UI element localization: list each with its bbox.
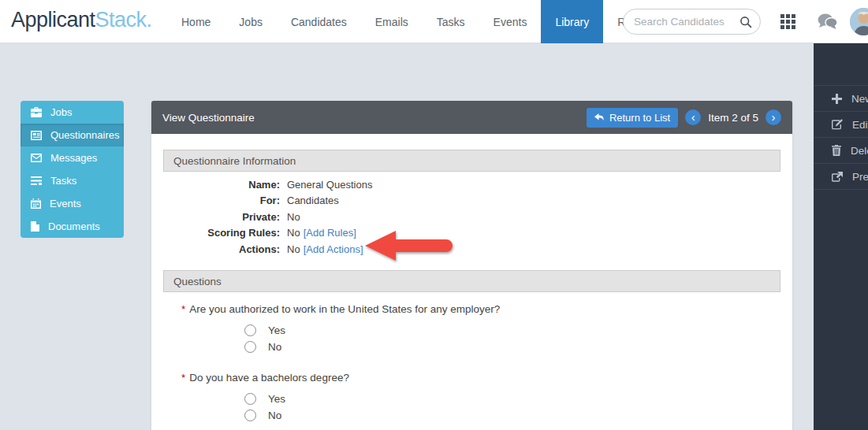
- questionnaire-info-fields: Name: General Questions For: Candidates …: [163, 177, 780, 258]
- required-marker: *: [181, 303, 185, 315]
- actions-sidebar: New Questionnaire Edit Delete Preview: [814, 43, 868, 430]
- sidebar-item-events[interactable]: Events: [20, 192, 124, 215]
- chevron-right-icon: ›: [772, 111, 776, 123]
- sidebar-item-label: Documents: [48, 221, 100, 232]
- item-pager-text: Item 2 of 5: [708, 112, 758, 124]
- option-row: No: [244, 339, 780, 355]
- field-label: Scoring Rules:: [163, 225, 280, 241]
- sidebar-item-label: Jobs: [50, 106, 72, 118]
- chevron-left-icon: ‹: [691, 111, 695, 123]
- panel-header-actions: Return to List ‹ Item 2 of 5 ›: [587, 108, 781, 128]
- field-value: No: [287, 242, 300, 258]
- action-label: Preview: [852, 171, 868, 183]
- sidebar-item-label: Events: [50, 198, 81, 209]
- action-label: Delete: [851, 145, 868, 157]
- action-label: Edit: [852, 119, 868, 131]
- field-row-scoring-rules: Scoring Rules: No [Add Rules]: [163, 225, 780, 241]
- task-list-icon: [31, 176, 42, 185]
- panel-header: View Questionnaire Return to List ‹ Item…: [151, 101, 792, 134]
- plus-icon: [832, 94, 842, 104]
- search-icon[interactable]: [739, 16, 752, 28]
- edit-button[interactable]: Edit: [814, 112, 868, 138]
- prev-item-button[interactable]: ‹: [685, 109, 701, 125]
- field-value: No: [287, 209, 300, 225]
- option-row: Yes: [244, 391, 780, 407]
- sidebar-item-label: Questionnaires: [50, 129, 119, 141]
- add-actions-link[interactable]: [Add Actions]: [304, 242, 363, 258]
- document-icon: [31, 221, 39, 232]
- option-label: No: [268, 341, 281, 353]
- sidebar-item-tasks[interactable]: Tasks: [20, 169, 124, 192]
- search-input[interactable]: [634, 16, 739, 28]
- delete-button[interactable]: Delete: [814, 138, 868, 164]
- field-value: No: [287, 225, 300, 241]
- nav-item-tasks[interactable]: Tasks: [423, 0, 479, 43]
- radio-q1-yes[interactable]: [244, 324, 256, 336]
- user-avatar[interactable]: [850, 8, 868, 35]
- nav-item-library[interactable]: Library: [541, 0, 603, 43]
- preview-icon: [832, 172, 843, 182]
- view-questionnaire-panel: View Questionnaire Return to List ‹ Item…: [151, 101, 792, 430]
- radio-q1-no[interactable]: [244, 341, 256, 353]
- return-arrow-icon: [594, 113, 605, 122]
- chat-icon[interactable]: [817, 13, 838, 31]
- calendar-icon: [31, 198, 41, 209]
- field-label: For:: [163, 193, 280, 209]
- action-label: New Questionnaire: [851, 93, 868, 105]
- logo-part-light: Stack.: [95, 8, 152, 32]
- field-value: Candidates: [287, 193, 339, 209]
- question-text: *Do you have a bachelors degree?: [181, 372, 780, 384]
- option-label: Yes: [268, 324, 285, 336]
- nav-item-home[interactable]: Home: [167, 0, 225, 43]
- apps-grid-icon[interactable]: [780, 14, 795, 29]
- main-nav: Home Jobs Candidates Emails Tasks Events…: [167, 0, 670, 43]
- questions-header: Questions: [163, 270, 780, 292]
- panel-body: Questionnaire Information Name: General …: [151, 134, 792, 430]
- questionnaire-information-header: Questionnaire Information: [163, 150, 780, 172]
- radio-q2-yes[interactable]: [244, 393, 256, 405]
- edit-icon: [832, 119, 843, 130]
- actions-list: New Questionnaire Edit Delete Preview: [814, 85, 868, 190]
- logo-part-dark: Applicant: [11, 8, 95, 32]
- nav-item-events[interactable]: Events: [479, 0, 542, 43]
- top-navigation-bar: ApplicantStack. Home Jobs Candidates Ema…: [0, 0, 868, 43]
- option-row: Yes: [244, 322, 780, 339]
- radio-q2-no[interactable]: [244, 410, 256, 421]
- field-label: Actions:: [163, 242, 280, 258]
- new-questionnaire-button[interactable]: New Questionnaire: [814, 86, 868, 112]
- sidebar-item-jobs[interactable]: Jobs: [20, 101, 124, 124]
- field-row-actions: Actions: No [Add Actions]: [163, 242, 780, 258]
- preview-button[interactable]: Preview: [814, 164, 868, 190]
- sidebar-item-label: Tasks: [50, 175, 76, 187]
- field-row-for: For: Candidates: [163, 193, 780, 209]
- question-text: *Are you authorized to work in the Unite…: [181, 303, 780, 315]
- page-title: View Questionnaire: [162, 112, 255, 124]
- sidebar-item-documents[interactable]: Documents: [20, 215, 124, 238]
- question-1: *Are you authorized to work in the Unite…: [181, 303, 780, 355]
- nav-item-emails[interactable]: Emails: [361, 0, 423, 43]
- sidebar-item-messages[interactable]: Messages: [20, 146, 124, 169]
- nav-item-jobs[interactable]: Jobs: [225, 0, 277, 43]
- field-row-private: Private: No: [163, 209, 780, 225]
- trash-icon: [832, 145, 841, 156]
- field-value: General Questions: [287, 177, 372, 193]
- return-to-list-label: Return to List: [609, 112, 670, 124]
- field-label: Private:: [163, 209, 280, 225]
- option-label: Yes: [268, 393, 285, 405]
- sidebar-item-label: Messages: [50, 152, 97, 164]
- option-label: No: [268, 410, 281, 421]
- add-rules-link[interactable]: [Add Rules]: [304, 225, 356, 241]
- library-sidebar: Jobs Questionnaires Messages Tasks Event…: [20, 101, 124, 238]
- search-candidates-box[interactable]: [623, 9, 761, 35]
- option-row: No: [244, 407, 780, 424]
- required-marker: *: [181, 372, 185, 384]
- question-2: *Do you have a bachelors degree? Yes No: [181, 372, 780, 424]
- question-2-options: Yes No: [244, 391, 780, 424]
- question-label: Are you authorized to work in the United…: [189, 303, 500, 315]
- nav-item-candidates[interactable]: Candidates: [277, 0, 361, 43]
- question-label: Do you have a bachelors degree?: [189, 372, 349, 384]
- next-item-button[interactable]: ›: [766, 109, 781, 125]
- briefcase-icon: [31, 107, 42, 117]
- return-to-list-button[interactable]: Return to List: [587, 108, 678, 128]
- sidebar-item-questionnaires[interactable]: Questionnaires: [20, 124, 124, 146]
